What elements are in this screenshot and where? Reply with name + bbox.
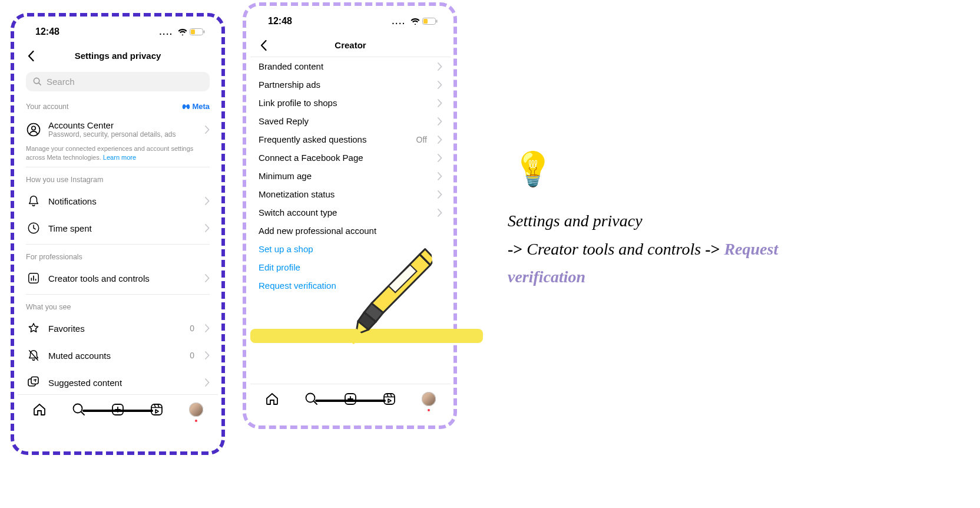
accounts-center-row[interactable]: Accounts Center Password, security, pers…	[18, 114, 218, 144]
back-button[interactable]	[24, 48, 39, 64]
status-icons: ....	[159, 27, 205, 37]
callout-step1: Settings and privacy	[508, 212, 643, 230]
favorites-value: 0	[190, 324, 194, 333]
notifications-row[interactable]: Notifications	[18, 187, 218, 215]
meta-logo-icon	[182, 104, 190, 110]
wifi-icon	[410, 18, 420, 25]
chevron-right-icon	[438, 172, 442, 180]
nav-profile[interactable]	[419, 389, 439, 409]
signal-dots-icon: ....	[159, 27, 173, 37]
status-icons: ....	[392, 17, 438, 26]
star-icon	[26, 321, 41, 336]
creator-item-8[interactable]: Switch account type	[250, 203, 451, 222]
chevron-left-icon	[28, 51, 35, 61]
add-professional-account[interactable]: Add new professional account	[250, 222, 451, 240]
search-icon	[304, 392, 319, 406]
user-icon	[26, 122, 41, 137]
creator-item-7[interactable]: Monetization status	[250, 185, 451, 203]
svg-rect-22	[423, 19, 428, 24]
learn-more-link[interactable]: Learn more	[103, 154, 136, 161]
section-how-you-use: How you use Instagram	[18, 170, 218, 187]
creator-tools-row[interactable]: Creator tools and controls	[18, 265, 218, 292]
accounts-center-sub: Password, security, personal details, ad…	[48, 130, 198, 138]
creator-item-5[interactable]: Connect a Facebook Page	[250, 149, 451, 167]
creator-item-1[interactable]: Partnership ads	[250, 75, 451, 94]
time-spent-row[interactable]: Time spent	[18, 215, 218, 242]
bell-icon	[26, 193, 41, 209]
chevron-right-icon	[205, 274, 210, 282]
avatar-icon	[189, 403, 203, 417]
notification-dot-icon	[195, 420, 197, 422]
chevron-right-icon	[438, 136, 442, 144]
suggested-content-row[interactable]: Suggested content	[18, 369, 218, 396]
svg-line-13	[81, 412, 84, 415]
search-input[interactable]: Search	[26, 72, 210, 91]
status-bar: 12:48 ....	[18, 18, 218, 44]
nav-reels[interactable]	[379, 389, 399, 409]
highlighter-marker-icon	[331, 243, 441, 353]
search-icon	[33, 77, 42, 86]
creator-item-label: Link profile to shops	[259, 98, 431, 108]
creator-item-6[interactable]: Minimum age	[250, 167, 451, 185]
svg-point-24	[306, 394, 314, 403]
lightbulb-icon: 💡	[512, 141, 826, 197]
svg-point-12	[73, 404, 82, 413]
creator-item-2[interactable]: Link profile to shops	[250, 94, 451, 112]
section-what-you-see: What you see	[18, 297, 218, 315]
nav-profile[interactable]	[186, 400, 206, 420]
nav-home[interactable]	[29, 400, 49, 420]
add-account-label: Add new professional account	[259, 226, 442, 236]
home-icon	[32, 403, 47, 417]
chevron-right-icon	[438, 154, 442, 162]
screen-header: Settings and privacy	[18, 44, 218, 67]
home-icon	[265, 392, 279, 406]
nav-add[interactable]	[340, 389, 360, 409]
arrow-text: ->	[508, 240, 522, 258]
chevron-right-icon	[438, 117, 442, 126]
creator-item-label: Switch account type	[259, 207, 431, 217]
status-bar: 12:48 ....	[250, 7, 451, 33]
status-time: 12:48	[35, 27, 59, 37]
creator-item-label: Monetization status	[259, 189, 431, 199]
nav-search[interactable]	[302, 389, 322, 409]
chevron-right-icon	[205, 224, 210, 232]
svg-line-4	[39, 83, 41, 85]
chevron-right-icon	[205, 351, 210, 359]
home-indicator-icon	[315, 400, 386, 402]
page-title: Creator	[250, 40, 451, 50]
favorites-row[interactable]: Favorites 0	[18, 315, 218, 342]
feed-icon	[26, 375, 41, 390]
svg-rect-23	[436, 20, 438, 23]
reels-icon	[382, 392, 396, 406]
chevron-right-icon	[438, 190, 442, 199]
chevron-right-icon	[438, 62, 442, 71]
muted-accounts-row[interactable]: Muted accounts 0	[18, 342, 218, 369]
back-button[interactable]	[256, 38, 272, 53]
svg-point-6	[32, 126, 35, 130]
section-professionals: For professionals	[18, 247, 218, 265]
divider	[26, 167, 210, 167]
insights-icon	[26, 271, 41, 286]
creator-item-label: Frequently asked questions	[259, 134, 409, 144]
creator-item-4[interactable]: Frequently asked questionsOff	[250, 130, 451, 149]
chevron-right-icon	[205, 126, 210, 134]
phone-creator: 12:48 .... Creator Branded contentPartne…	[250, 7, 451, 414]
divider	[26, 294, 210, 295]
svg-rect-1	[191, 29, 195, 34]
creator-item-0[interactable]: Branded content	[250, 57, 451, 75]
creator-item-label: Branded content	[259, 61, 431, 71]
avatar-icon	[422, 392, 436, 406]
screen-header: Creator	[250, 33, 451, 57]
page-title: Settings and privacy	[18, 51, 218, 61]
nav-home[interactable]	[262, 389, 282, 409]
chevron-right-icon	[205, 197, 210, 205]
creator-item-value: Off	[416, 135, 427, 144]
creator-item-3[interactable]: Saved Reply	[250, 112, 451, 130]
creator-item-label: Saved Reply	[259, 116, 431, 126]
callout-step2: Creator tools and controls	[527, 240, 705, 258]
signal-dots-icon: ....	[392, 17, 406, 26]
arrow-text: ->	[705, 240, 720, 258]
chevron-right-icon	[438, 81, 442, 89]
chevron-left-icon	[260, 40, 267, 51]
meta-brand: Meta	[182, 102, 210, 111]
